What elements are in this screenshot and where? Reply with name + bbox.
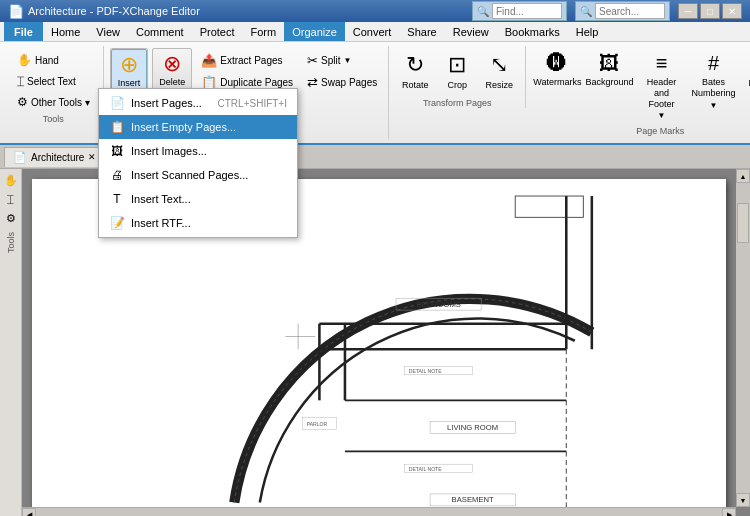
scroll-down-button[interactable]: ▼ <box>736 493 750 507</box>
ribbon-group-tools: ✋ Hand ⌶ Select Text ⚙ Other Tools ▾ Too… <box>6 46 104 124</box>
title-bar: 📄 Architecture - PDF-XChange Editor 🔍 🔍 … <box>0 0 750 22</box>
scroll-thumb[interactable] <box>737 203 749 243</box>
hscroll-track[interactable] <box>36 508 722 516</box>
split-label: Split <box>321 55 340 66</box>
split-swap-stack: ✂ Split ▼ ⇄ Swap Pages <box>302 48 382 93</box>
svg-text:LIVING ROOM: LIVING ROOM <box>447 423 498 432</box>
menu-organize[interactable]: Organize <box>284 22 345 41</box>
maximize-button[interactable]: □ <box>700 3 720 19</box>
delete-label: Delete <box>159 77 185 87</box>
rotate-button[interactable]: ↻ Rotate <box>395 48 435 94</box>
hand-tool-button[interactable]: ✋ Hand <box>12 50 64 70</box>
svg-text:DETAIL NOTE: DETAIL NOTE <box>409 368 442 374</box>
delete-button[interactable]: ⊗ Delete <box>152 48 192 90</box>
split-arrow: ▼ <box>344 56 352 65</box>
insert-scanned-item[interactable]: 🖨 Insert Scanned Pages... <box>99 163 297 187</box>
menu-form[interactable]: Form <box>243 22 285 41</box>
background-button[interactable]: 🖼 Background <box>584 48 634 91</box>
insert-button[interactable]: ⊕ Insert <box>111 49 148 91</box>
window-title: Architecture - PDF-XChange Editor <box>28 5 200 17</box>
watermarks-icon: 🅦 <box>547 52 567 75</box>
menu-review[interactable]: Review <box>445 22 497 41</box>
insert-empty-icon: 📋 <box>109 119 125 135</box>
resize-button[interactable]: ⤡ Resize <box>479 48 519 94</box>
insert-rtf-icon: 📝 <box>109 215 125 231</box>
menu-share[interactable]: Share <box>399 22 444 41</box>
insert-images-label: Insert Images... <box>131 145 207 157</box>
hand-tool-sidebar[interactable]: ✋ <box>2 171 20 189</box>
menu-convert[interactable]: Convert <box>345 22 400 41</box>
ribbon-group-page-marks: 🅦 Watermarks 🖼 Background ≡ Header and F… <box>526 46 750 136</box>
rotate-label: Rotate <box>402 80 429 90</box>
architecture-tab[interactable]: 📄 Architecture ✕ <box>4 147 105 167</box>
horizontal-scrollbar[interactable]: ◀ ▶ <box>22 507 736 516</box>
resize-icon: ⤡ <box>490 52 508 78</box>
menu-bookmarks[interactable]: Bookmarks <box>497 22 568 41</box>
swap-pages-button[interactable]: ⇄ Swap Pages <box>302 72 382 93</box>
header-footer-arrow: ▼ <box>658 111 666 120</box>
other-tools-button[interactable]: ⚙ Other Tools ▾ <box>12 92 95 112</box>
split-icon: ✂ <box>307 53 318 68</box>
header-footer-button[interactable]: ≡ Header and Footer ▼ <box>636 48 686 124</box>
close-button[interactable]: ✕ <box>722 3 742 19</box>
insert-dropdown-menu: 📄 Insert Pages... CTRL+SHIFT+I 📋 Insert … <box>98 88 298 238</box>
svg-text:BASEMENT: BASEMENT <box>452 495 494 504</box>
insert-pages-label: Insert Pages... <box>131 97 202 109</box>
tools-sidebar-label: Tools <box>4 228 18 257</box>
menu-file[interactable]: File <box>4 22 43 41</box>
transform-group-label: Transform Pages <box>423 98 492 108</box>
number-pages-label: Number Pages <box>745 78 750 100</box>
duplicate-label: Duplicate Pages <box>220 77 293 88</box>
scroll-up-button[interactable]: ▲ <box>736 169 750 183</box>
bates-icon: # <box>708 52 719 75</box>
vertical-scrollbar[interactable]: ▲ ▼ <box>736 169 750 507</box>
bates-button[interactable]: # Bates Numbering ▼ <box>688 48 738 114</box>
hand-icon: ✋ <box>17 53 32 67</box>
select-tool-sidebar[interactable]: ⌶ <box>2 190 20 208</box>
insert-scanned-icon: 🖨 <box>109 167 125 183</box>
menu-home[interactable]: Home <box>43 22 88 41</box>
menu-help[interactable]: Help <box>568 22 607 41</box>
minimize-button[interactable]: ─ <box>678 3 698 19</box>
header-footer-label: Header and Footer <box>641 77 681 109</box>
title-bar-controls: 🔍 🔍 ─ □ ✕ <box>472 1 742 21</box>
insert-images-item[interactable]: 🖼 Insert Images... <box>99 139 297 163</box>
other-tools-label: Other Tools ▾ <box>31 97 90 108</box>
extract-pages-button[interactable]: 📤 Extract Pages <box>196 50 298 71</box>
rotate-icon: ↻ <box>406 52 424 78</box>
search-input[interactable] <box>595 3 665 19</box>
tools-group-label: Tools <box>43 114 64 124</box>
menu-protect[interactable]: Protect <box>192 22 243 41</box>
scroll-right-button[interactable]: ▶ <box>722 508 736 516</box>
crop-label: Crop <box>447 80 467 90</box>
scroll-left-button[interactable]: ◀ <box>22 508 36 516</box>
menu-comment[interactable]: Comment <box>128 22 192 41</box>
find-input[interactable] <box>492 3 562 19</box>
menu-view[interactable]: View <box>88 22 128 41</box>
window-controls[interactable]: ─ □ ✕ <box>678 3 742 19</box>
insert-pages-item[interactable]: 📄 Insert Pages... CTRL+SHIFT+I <box>99 91 297 115</box>
insert-text-label: Insert Text... <box>131 193 191 205</box>
tab-icon: 📄 <box>13 151 27 164</box>
resize-label: Resize <box>485 80 513 90</box>
insert-empty-label: Insert Empty Pages... <box>131 121 236 133</box>
insert-empty-pages-item[interactable]: 📋 Insert Empty Pages... <box>99 115 297 139</box>
tab-close-button[interactable]: ✕ <box>88 152 96 162</box>
scroll-track[interactable] <box>736 183 750 493</box>
ribbon-group-transform: ↻ Rotate ⊡ Crop ⤡ Resize Transform Pages <box>389 46 526 108</box>
tab-label: Architecture <box>31 152 84 163</box>
number-pages-button[interactable]: Ⅰ Number Pages <box>740 48 750 104</box>
crop-button[interactable]: ⊡ Crop <box>437 48 477 94</box>
other-tools-sidebar[interactable]: ⚙ <box>2 209 20 227</box>
insert-label: Insert <box>118 78 141 88</box>
find-icon: 🔍 <box>477 6 489 17</box>
hand-label: Hand <box>35 55 59 66</box>
svg-text:BEDROOMS: BEDROOMS <box>416 300 461 309</box>
select-text-button[interactable]: ⌶ Select Text <box>12 71 81 91</box>
insert-rtf-item[interactable]: 📝 Insert RTF... <box>99 211 297 235</box>
swap-icon: ⇄ <box>307 75 318 90</box>
split-button[interactable]: ✂ Split ▼ <box>302 50 382 71</box>
watermarks-button[interactable]: 🅦 Watermarks <box>532 48 582 91</box>
insert-text-item[interactable]: T Insert Text... <box>99 187 297 211</box>
delete-icon: ⊗ <box>163 51 181 77</box>
